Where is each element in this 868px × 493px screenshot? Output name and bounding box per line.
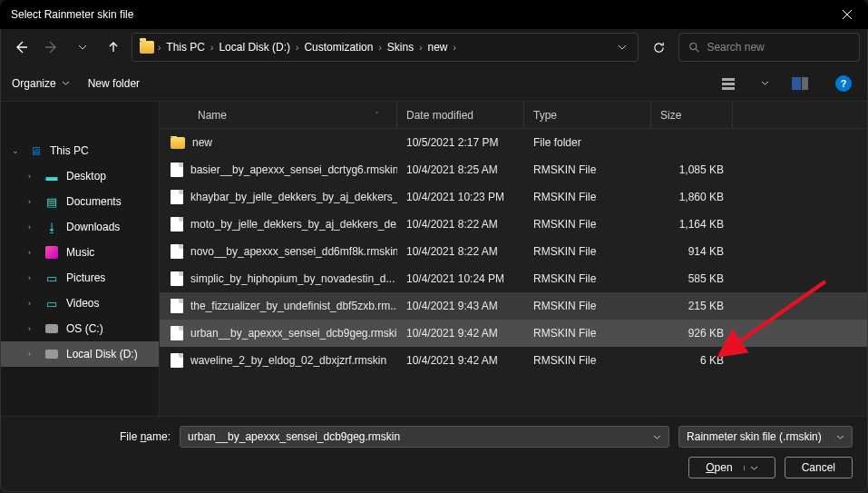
sidebar-item-label: Music bbox=[66, 246, 94, 259]
refresh-button[interactable] bbox=[644, 33, 673, 62]
preview-button[interactable] bbox=[787, 71, 813, 96]
sidebar-item-label: OS (C:) bbox=[66, 322, 103, 335]
file-icon bbox=[171, 217, 183, 232]
sidebar-item-label: This PC bbox=[50, 144, 89, 157]
file-name: basier__by_apexxx_sensei_dcrtyg6.rmskin bbox=[190, 163, 397, 176]
chevron-down-icon: ⌄ bbox=[12, 146, 21, 155]
file-size: 215 KB bbox=[651, 300, 733, 312]
disk-icon bbox=[44, 321, 59, 336]
file-name: khaybar_by_jelle_dekkers_by_aj_dekkers_.… bbox=[190, 191, 397, 203]
recent-dropdown[interactable] bbox=[70, 35, 95, 60]
file-date: 10/5/2021 2:17 PM bbox=[397, 136, 524, 149]
column-name[interactable]: Nameˆ bbox=[160, 102, 397, 128]
open-dropdown[interactable] bbox=[744, 466, 758, 470]
file-row[interactable]: khaybar_by_jelle_dekkers_by_aj_dekkers_.… bbox=[160, 183, 867, 211]
crumb-skins[interactable]: Skins bbox=[385, 41, 415, 54]
open-button[interactable]: Open bbox=[688, 457, 775, 478]
organize-button[interactable]: Organize bbox=[12, 77, 70, 90]
file-icon bbox=[171, 299, 183, 313]
file-type: RMSKIN File bbox=[524, 191, 651, 203]
chevron-right-icon: › bbox=[28, 324, 37, 333]
pictures-icon: ▭ bbox=[44, 271, 59, 285]
file-type: RMSKIN File bbox=[524, 300, 651, 312]
sidebar-item-desktop[interactable]: ›▬Desktop bbox=[1, 163, 159, 189]
file-type: RMSKIN File bbox=[524, 218, 651, 231]
filename-input-box[interactable] bbox=[180, 426, 669, 448]
file-row[interactable]: waveline_2_by_eldog_02_dbxjzrf.rmskin10/… bbox=[160, 347, 867, 374]
file-icon bbox=[171, 271, 183, 286]
crumb-this-pc[interactable]: This PC bbox=[164, 41, 207, 54]
documents-icon: ▤ bbox=[44, 194, 59, 209]
help-button[interactable]: ? bbox=[831, 71, 856, 96]
sidebar-item-music[interactable]: ›Music bbox=[1, 240, 159, 265]
chevron-down-icon[interactable] bbox=[653, 435, 661, 439]
search-input[interactable] bbox=[707, 41, 850, 54]
file-name: novo__by_apexxx_sensei_dd6mf8k.rmskin bbox=[190, 245, 397, 258]
chevron-right-icon: › bbox=[210, 43, 213, 53]
sidebar-item-videos[interactable]: ›▭Videos bbox=[1, 291, 159, 316]
svg-rect-2 bbox=[722, 83, 735, 85]
file-icon bbox=[171, 244, 183, 259]
filter-label: Rainmeter skin file (.rmskin) bbox=[687, 430, 822, 443]
chevron-right-icon: › bbox=[28, 273, 37, 282]
chevron-right-icon: › bbox=[296, 43, 298, 53]
search-box[interactable] bbox=[678, 33, 860, 62]
sidebar-item-downloads[interactable]: ›⭳Downloads bbox=[1, 214, 159, 240]
search-icon bbox=[688, 41, 699, 54]
new-folder-button[interactable]: New folder bbox=[88, 77, 140, 90]
monitor-icon: 🖥 bbox=[28, 143, 43, 158]
file-name: simplic_by_hiphopium_by_novadestin_d... bbox=[190, 272, 395, 285]
file-size: 1,860 KB bbox=[651, 191, 733, 203]
folder-icon bbox=[140, 41, 154, 54]
file-date: 10/4/2021 9:42 AM bbox=[397, 354, 524, 367]
column-date[interactable]: Date modified bbox=[397, 102, 524, 128]
file-date: 10/4/2021 8:25 AM bbox=[397, 163, 524, 176]
breadcrumb-dropdown[interactable] bbox=[614, 44, 630, 50]
file-row[interactable]: new10/5/2021 2:17 PMFile folder bbox=[160, 129, 867, 156]
file-row[interactable]: simplic_by_hiphopium_by_novadestin_d...1… bbox=[160, 265, 867, 292]
cancel-button[interactable]: Cancel bbox=[785, 457, 853, 478]
downloads-icon: ⭳ bbox=[44, 220, 59, 234]
crumb-new[interactable]: new bbox=[425, 41, 449, 54]
crumb-local-disk[interactable]: Local Disk (D:) bbox=[217, 41, 292, 54]
file-date: 10/4/2021 9:43 AM bbox=[397, 300, 524, 312]
chevron-right-icon: › bbox=[28, 222, 37, 232]
column-type[interactable]: Type bbox=[524, 102, 651, 128]
file-size: 914 KB bbox=[651, 245, 733, 258]
sidebar-item-documents[interactable]: ›▤Documents bbox=[1, 189, 159, 214]
file-size: 1,085 KB bbox=[651, 163, 733, 176]
file-row[interactable]: urban__by_apexxx_sensei_dcb9geg.rmskin10… bbox=[160, 320, 867, 347]
file-row[interactable]: novo__by_apexxx_sensei_dd6mf8k.rmskin10/… bbox=[160, 238, 867, 265]
file-date: 10/4/2021 9:42 AM bbox=[397, 327, 524, 340]
chevron-down-icon[interactable] bbox=[761, 81, 769, 85]
filetype-filter[interactable]: Rainmeter skin file (.rmskin) bbox=[678, 426, 853, 448]
footer: File name: Rainmeter skin file (.rmskin)… bbox=[1, 416, 867, 491]
file-name: waveline_2_by_eldog_02_dbxjzrf.rmskin bbox=[190, 354, 386, 367]
forward-button[interactable] bbox=[39, 35, 64, 60]
view-button[interactable] bbox=[717, 71, 743, 96]
sidebar-item-pictures[interactable]: ›▭Pictures bbox=[1, 265, 159, 291]
column-headers: Nameˆ Date modified Type Size bbox=[160, 102, 867, 129]
chevron-right-icon: › bbox=[378, 43, 381, 53]
sidebar-item-local-disk-d[interactable]: ›Local Disk (D:) bbox=[1, 341, 159, 367]
sort-indicator-icon: ˆ bbox=[375, 111, 378, 120]
folder-icon bbox=[171, 137, 185, 149]
file-row[interactable]: basier__by_apexxx_sensei_dcrtyg6.rmskin1… bbox=[160, 156, 867, 183]
crumb-customization[interactable]: Customization bbox=[302, 41, 375, 54]
sidebar-item-os-c[interactable]: ›OS (C:) bbox=[1, 316, 159, 341]
sidebar-item-this-pc[interactable]: ⌄🖥This PC bbox=[1, 138, 159, 163]
titlebar: Select Rainmeter skin file bbox=[0, 0, 868, 29]
breadcrumb[interactable]: › This PC › Local Disk (D:) › Customizat… bbox=[132, 33, 639, 62]
close-button[interactable] bbox=[826, 0, 868, 29]
column-size[interactable]: Size bbox=[651, 102, 733, 128]
svg-rect-5 bbox=[802, 77, 808, 90]
file-date: 10/4/2021 8:22 AM bbox=[397, 218, 524, 231]
file-date: 10/4/2021 10:23 PM bbox=[397, 191, 524, 203]
help-icon: ? bbox=[835, 75, 852, 92]
up-button[interactable] bbox=[101, 35, 126, 60]
close-icon bbox=[842, 9, 853, 20]
back-button[interactable] bbox=[8, 35, 34, 60]
file-row[interactable]: moto_by_jelle_dekkers_by_aj_dekkers_de..… bbox=[160, 211, 867, 238]
filename-input[interactable] bbox=[188, 430, 653, 443]
file-row[interactable]: the_fizzualizer_by_undefinist_dbf5zxb.rm… bbox=[160, 292, 867, 320]
